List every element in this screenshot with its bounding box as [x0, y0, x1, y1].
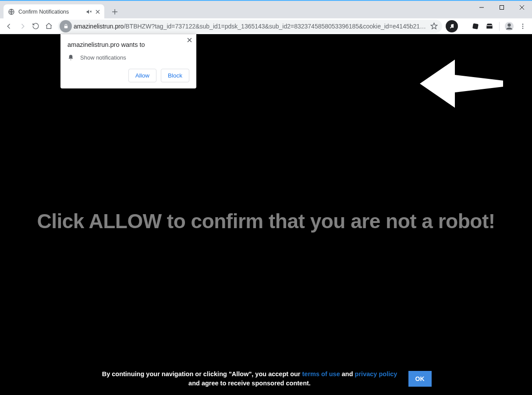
- browser-tab[interactable]: Confirm Notifications: [4, 4, 104, 19]
- globe-icon: [8, 8, 15, 15]
- browser-toolbar: amazinelistrun.pro/BTBHZW?tag_id=737122&…: [0, 18, 532, 34]
- cookie-text-mid: and: [340, 370, 355, 377]
- svg-point-21: [522, 28, 524, 29]
- forward-button[interactable]: [16, 20, 29, 33]
- site-info-button[interactable]: [60, 20, 72, 32]
- block-button[interactable]: Block: [161, 69, 189, 82]
- browser-titlebar: Confirm Notifications: [0, 0, 532, 18]
- svg-rect-16: [486, 25, 493, 26]
- extension-music-icon[interactable]: [446, 20, 458, 32]
- svg-marker-12: [431, 23, 437, 28]
- reload-button[interactable]: [29, 20, 42, 33]
- audio-muted-icon[interactable]: [86, 9, 92, 15]
- svg-rect-15: [472, 23, 479, 29]
- close-icon[interactable]: [187, 38, 192, 42]
- allow-button[interactable]: Allow: [128, 69, 156, 82]
- chrome-menu-button[interactable]: [516, 20, 529, 33]
- svg-point-14: [453, 27, 454, 28]
- svg-marker-22: [420, 60, 503, 108]
- cookie-text-post: and agree to receive sponsored content.: [188, 380, 311, 387]
- svg-point-18: [507, 23, 511, 26]
- home-button[interactable]: [42, 20, 55, 33]
- url-path: /BTBHZW?tag_id=737122&sub_id1=pdsk_13651…: [124, 23, 428, 30]
- cookie-ok-button[interactable]: OK: [408, 371, 432, 387]
- window-controls: [472, 1, 532, 14]
- toolbar-divider: [499, 22, 500, 31]
- tab-strip: Confirm Notifications: [4, 4, 121, 19]
- permission-label: Show notifications: [80, 54, 126, 61]
- svg-rect-8: [500, 6, 504, 10]
- close-tab-icon[interactable]: [96, 10, 100, 14]
- privacy-policy-link[interactable]: privacy policy: [355, 370, 397, 377]
- svg-rect-11: [64, 26, 67, 28]
- address-bar[interactable]: amazinelistrun.pro/BTBHZW?tag_id=737122&…: [58, 20, 442, 33]
- terms-of-use-link[interactable]: terms of use: [302, 370, 340, 377]
- cookie-text-pre: By continuing your navigation or clickin…: [102, 370, 302, 377]
- tab-title: Confirm Notifications: [18, 9, 86, 15]
- permission-title: amazinelistrun.pro wants to: [67, 41, 189, 48]
- back-button[interactable]: [3, 20, 16, 33]
- window-maximize-button[interactable]: [492, 1, 512, 14]
- svg-point-20: [522, 25, 524, 27]
- window-minimize-button[interactable]: [472, 1, 492, 14]
- new-tab-button[interactable]: [109, 6, 121, 18]
- extension-block-icon[interactable]: [469, 20, 482, 32]
- svg-point-19: [522, 24, 524, 25]
- page-headline: Click ALLOW to confirm that you are not …: [0, 209, 532, 233]
- window-close-button[interactable]: [512, 1, 532, 14]
- extension-wallet-icon[interactable]: [483, 20, 496, 32]
- cookie-consent-bar: By continuing your navigation or clickin…: [0, 365, 532, 395]
- svg-point-13: [450, 27, 451, 28]
- url-domain: amazinelistrun.pro: [74, 23, 124, 30]
- bookmark-star-icon[interactable]: [430, 22, 438, 30]
- profile-avatar-icon[interactable]: [503, 20, 515, 32]
- arrow-left-icon: [420, 55, 503, 112]
- url-text: amazinelistrun.pro/BTBHZW?tag_id=737122&…: [74, 23, 428, 30]
- permission-row: Show notifications: [67, 54, 189, 61]
- cookie-consent-text: By continuing your navigation or clickin…: [101, 370, 399, 388]
- bell-icon: [67, 54, 74, 61]
- notification-permission-popup: amazinelistrun.pro wants to Show notific…: [60, 34, 196, 88]
